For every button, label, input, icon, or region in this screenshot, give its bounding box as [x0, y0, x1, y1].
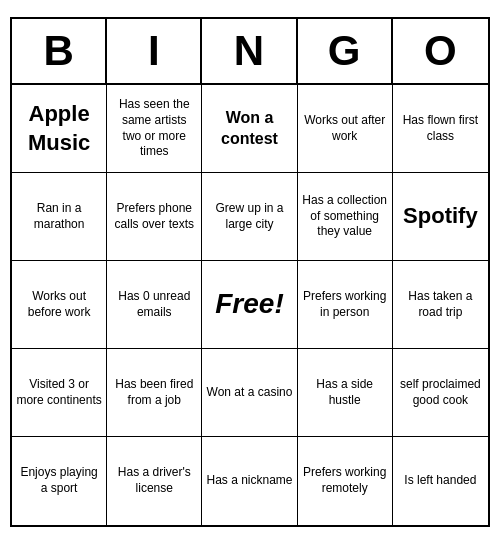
bingo-card: BINGO Apple MusicHas seen the same artis…	[10, 17, 490, 527]
bingo-cell-20[interactable]: Enjoys playing a sport	[12, 437, 107, 525]
bingo-grid: Apple MusicHas seen the same artists two…	[12, 85, 488, 525]
bingo-cell-23[interactable]: Prefers working remotely	[298, 437, 393, 525]
header-letter-g: G	[298, 19, 393, 83]
bingo-cell-13[interactable]: Prefers working in person	[298, 261, 393, 349]
bingo-cell-9[interactable]: Spotify	[393, 173, 488, 261]
bingo-cell-4[interactable]: Has flown first class	[393, 85, 488, 173]
bingo-cell-0[interactable]: Apple Music	[12, 85, 107, 173]
bingo-cell-8[interactable]: Has a collection of something they value	[298, 173, 393, 261]
bingo-cell-21[interactable]: Has a driver's license	[107, 437, 202, 525]
bingo-cell-12[interactable]: Free!	[202, 261, 297, 349]
bingo-header: BINGO	[12, 19, 488, 85]
header-letter-n: N	[202, 19, 297, 83]
bingo-cell-17[interactable]: Won at a casino	[202, 349, 297, 437]
bingo-cell-14[interactable]: Has taken a road trip	[393, 261, 488, 349]
bingo-cell-6[interactable]: Prefers phone calls over texts	[107, 173, 202, 261]
bingo-cell-16[interactable]: Has been fired from a job	[107, 349, 202, 437]
bingo-cell-18[interactable]: Has a side hustle	[298, 349, 393, 437]
bingo-cell-11[interactable]: Has 0 unread emails	[107, 261, 202, 349]
bingo-cell-22[interactable]: Has a nickname	[202, 437, 297, 525]
bingo-cell-24[interactable]: Is left handed	[393, 437, 488, 525]
bingo-cell-5[interactable]: Ran in a marathon	[12, 173, 107, 261]
bingo-cell-10[interactable]: Works out before work	[12, 261, 107, 349]
header-letter-i: I	[107, 19, 202, 83]
bingo-cell-19[interactable]: self proclaimed good cook	[393, 349, 488, 437]
bingo-cell-1[interactable]: Has seen the same artists two or more ti…	[107, 85, 202, 173]
bingo-cell-3[interactable]: Works out after work	[298, 85, 393, 173]
header-letter-b: B	[12, 19, 107, 83]
bingo-cell-15[interactable]: Visited 3 or more continents	[12, 349, 107, 437]
bingo-cell-2[interactable]: Won a contest	[202, 85, 297, 173]
header-letter-o: O	[393, 19, 488, 83]
bingo-cell-7[interactable]: Grew up in a large city	[202, 173, 297, 261]
